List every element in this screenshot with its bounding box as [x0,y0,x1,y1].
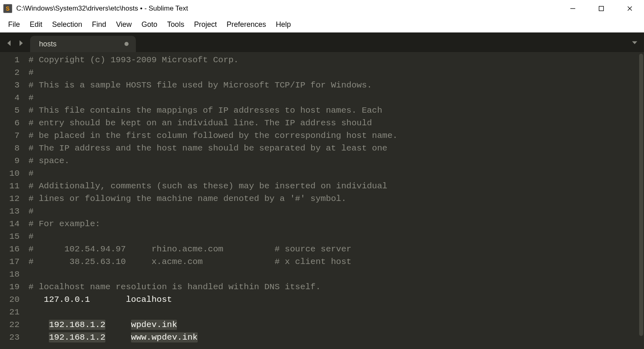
code-line[interactable]: 192.168.1.2 www.wpdev.ink [25,331,644,344]
code-line[interactable]: # [25,230,644,243]
line-number: 11 [0,180,25,192]
minimize-button[interactable] [559,0,587,17]
menu-project[interactable]: Project [189,19,222,31]
ip-address: 192.168.1.2 [49,320,105,330]
code-line[interactable] [25,268,644,281]
line-number: 21 [0,306,25,318]
menu-help[interactable]: Help [271,19,296,31]
line-number: 17 [0,255,25,268]
line-number: 7 [0,129,25,142]
code-line[interactable]: # Additionally, comments (such as these)… [25,180,644,192]
code-line[interactable]: # 102.54.94.97 rhino.acme.com # source s… [25,243,644,255]
code-line[interactable]: # 38.25.63.10 x.acme.com # x client host [25,255,644,268]
scrollbar[interactable] [638,52,644,349]
code-line[interactable]: 192.168.1.2 wpdev.ink [25,318,644,331]
code-line[interactable]: # [25,66,644,79]
menu-preferences[interactable]: Preferences [222,19,271,31]
code-line[interactable]: # space. [25,155,644,167]
tabstrip: hosts [0,33,644,52]
editor[interactable]: 1234567891011121314151617181920212223 # … [0,52,644,349]
line-number: 3 [0,79,25,92]
menu-find[interactable]: Find [87,19,111,31]
ip-address: 192.168.1.2 [49,332,105,342]
menu-selection[interactable]: Selection [47,19,87,31]
line-number: 18 [0,268,25,281]
code-line[interactable]: # The IP address and the host name shoul… [25,142,644,155]
line-number: 9 [0,155,25,167]
line-number: 5 [0,104,25,117]
tab-nav-arrows [0,39,30,52]
code-line[interactable]: # entry should be kept on an individual … [25,117,644,129]
host-name: www.wpdev.ink [131,332,198,342]
code-line[interactable]: 127.0.0.1 localhost [25,293,644,306]
code-line[interactable]: # localhost name resolution is handled w… [25,281,644,293]
line-number: 12 [0,192,25,205]
line-number: 1 [0,54,25,66]
tab-hosts[interactable]: hosts [30,36,136,52]
line-number: 10 [0,167,25,180]
code-line[interactable]: # lines or following the machine name de… [25,192,644,205]
tabs-overflow-icon[interactable] [631,39,638,48]
code-line[interactable]: # For example: [25,218,644,230]
menu-edit[interactable]: Edit [25,19,47,31]
line-number: 22 [0,318,25,331]
svg-rect-1 [599,7,604,11]
code-line[interactable]: # Copyright (c) 1993-2009 Microsoft Corp… [25,54,644,66]
dirty-indicator-icon [124,42,129,46]
line-number: 23 [0,331,25,344]
line-number: 20 [0,293,25,306]
code-line[interactable]: # [25,167,644,180]
host-name: wpdev.ink [131,320,177,330]
line-number: 19 [0,281,25,293]
tab-label: hosts [39,40,57,48]
nav-forward-icon[interactable] [17,39,25,49]
code-area[interactable]: # Copyright (c) 1993-2009 Microsoft Corp… [25,52,644,349]
close-button[interactable] [616,0,644,17]
window-controls [559,0,644,17]
titlebar: S C:\Windows\System32\drivers\etc\hosts … [0,0,644,17]
code-line[interactable] [25,306,644,318]
line-number: 15 [0,230,25,243]
app-icon: S [3,4,12,13]
scrollbar-thumb[interactable] [639,54,643,336]
code-line[interactable]: # [25,92,644,104]
code-line[interactable]: # [25,205,644,218]
menu-file[interactable]: File [3,19,25,31]
maximize-button[interactable] [587,0,616,17]
code-line[interactable]: # This file contains the mappings of IP … [25,104,644,117]
line-number: 13 [0,205,25,218]
line-number: 4 [0,92,25,104]
gutter: 1234567891011121314151617181920212223 [0,52,25,349]
menu-tools[interactable]: Tools [162,19,189,31]
menubar: FileEditSelectionFindViewGotoToolsProjec… [0,17,644,33]
line-number: 16 [0,243,25,255]
line-number: 14 [0,218,25,230]
code-line[interactable]: # be placed in the first column followed… [25,129,644,142]
line-number: 2 [0,66,25,79]
nav-back-icon[interactable] [5,39,13,49]
menu-goto[interactable]: Goto [137,19,162,31]
line-number: 6 [0,117,25,129]
window-title: C:\Windows\System32\drivers\etc\hosts • … [16,4,188,13]
menu-view[interactable]: View [111,19,137,31]
code-line[interactable]: # This is a sample HOSTS file used by Mi… [25,79,644,92]
line-number: 8 [0,142,25,155]
